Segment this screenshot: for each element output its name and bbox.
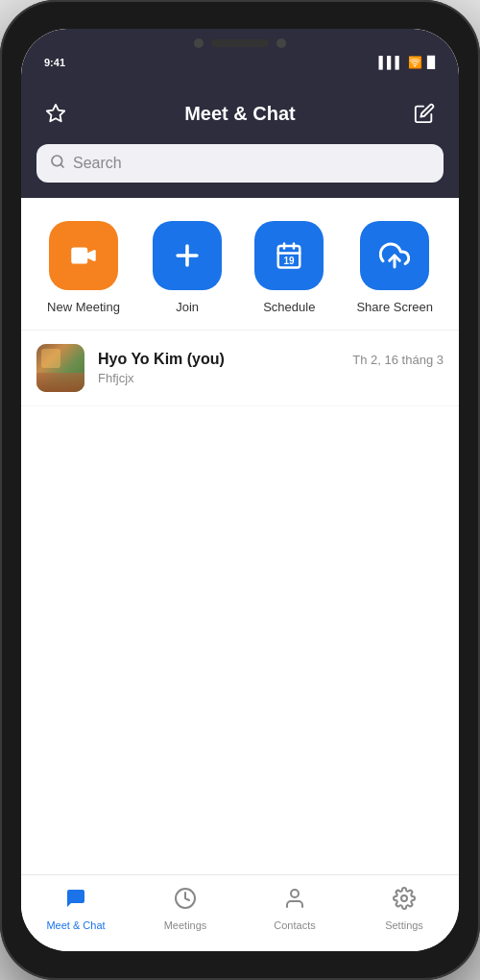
contact-item[interactable]: Hyo Yo Kim (you) Th 2, 16 tháng 3 Fhfjcj… [21, 331, 459, 406]
contacts-icon [283, 887, 306, 916]
avatar-detail [36, 373, 84, 392]
new-meeting-icon-bg [49, 221, 118, 290]
edit-button[interactable] [409, 98, 440, 129]
status-bar: 9:41 ▌▌▌ 🛜 ▉ [21, 29, 459, 86]
avatar-detail2 [41, 349, 60, 368]
contact-name: Hyo Yo Kim (you) [98, 351, 225, 368]
svg-line-2 [60, 164, 63, 167]
new-meeting-label: New Meeting [47, 300, 120, 314]
avatar-image [36, 344, 84, 392]
header-title: Meet & Chat [71, 103, 409, 125]
svg-marker-0 [47, 105, 64, 121]
share-screen-button[interactable]: Share Screen [356, 221, 433, 314]
action-buttons: New Meeting Join [21, 198, 459, 331]
nav-contacts[interactable]: Contacts [240, 887, 349, 931]
nav-meetings-label: Meetings [164, 919, 207, 931]
nav-meetings[interactable]: Meetings [131, 887, 240, 931]
star-button[interactable] [40, 98, 71, 129]
meetings-icon [174, 887, 197, 916]
schedule-label: Schedule [263, 300, 315, 314]
join-icon-bg [153, 221, 222, 290]
join-label: Join [176, 300, 199, 314]
share-screen-icon-bg [360, 221, 429, 290]
contact-list: Hyo Yo Kim (you) Th 2, 16 tháng 3 Fhfjcj… [21, 331, 459, 874]
signal-icon: ▌▌▌ [378, 56, 403, 69]
nav-settings[interactable]: Settings [349, 887, 459, 931]
status-time: 9:41 [44, 57, 65, 68]
nav-meet-chat-label: Meet & Chat [46, 919, 105, 931]
wifi-icon: 🛜 [408, 56, 422, 69]
join-button[interactable]: Join [153, 221, 222, 314]
contact-avatar [36, 344, 84, 392]
new-meeting-button[interactable]: New Meeting [47, 221, 120, 314]
contact-sub: Fhfjcjx [98, 371, 444, 385]
svg-point-12 [291, 890, 299, 897]
contact-date: Th 2, 16 tháng 3 [352, 353, 444, 367]
phone-frame: 9:41 ▌▌▌ 🛜 ▉ Meet & Chat [0, 0, 480, 980]
battery-icon: ▉ [427, 56, 436, 69]
svg-text:19: 19 [284, 256, 296, 266]
bottom-nav: Meet & Chat Meetings [21, 874, 459, 951]
contact-name-row: Hyo Yo Kim (you) Th 2, 16 tháng 3 [98, 351, 444, 368]
notch-speaker [211, 39, 269, 47]
app-header: Meet & Chat [21, 86, 459, 144]
phone-screen: 9:41 ▌▌▌ 🛜 ▉ Meet & Chat [21, 29, 459, 951]
nav-meet-chat[interactable]: Meet & Chat [21, 887, 131, 931]
status-icons: ▌▌▌ 🛜 ▉ [378, 56, 436, 69]
main-content: New Meeting Join [21, 198, 459, 874]
contact-info: Hyo Yo Kim (you) Th 2, 16 tháng 3 Fhfjcj… [98, 351, 444, 385]
nav-contacts-label: Contacts [274, 919, 315, 931]
search-placeholder: Search [73, 155, 122, 172]
search-bar[interactable]: Search [36, 144, 444, 183]
settings-icon [393, 887, 416, 916]
svg-point-14 [401, 895, 407, 901]
notch [194, 38, 286, 48]
notch-dot-left [194, 38, 204, 48]
notch-camera [276, 38, 286, 48]
search-icon [50, 154, 65, 173]
meet-chat-icon [64, 887, 87, 916]
nav-settings-label: Settings [385, 919, 423, 931]
share-screen-label: Share Screen [356, 300, 433, 314]
search-container: Search [21, 144, 459, 198]
schedule-icon-bg: 19 [254, 221, 324, 290]
schedule-button[interactable]: 19 Schedule [254, 221, 324, 314]
